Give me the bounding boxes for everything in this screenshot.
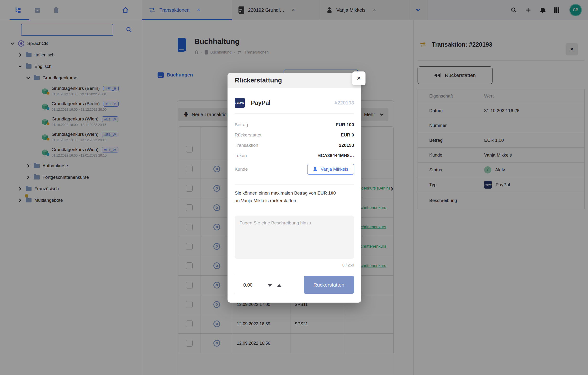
- provider-name: PayPal: [251, 99, 335, 106]
- field-rueckerstattet: Rückerstattet EUR 0: [235, 132, 354, 138]
- modal-title: Rückerstattung: [235, 77, 282, 84]
- info-text: Sie können einen maximalen Betrag von: [235, 190, 317, 196]
- field-label: Rückerstattet: [235, 132, 262, 138]
- divider: [235, 274, 354, 274]
- field-transaktion: Transaktion 220193: [235, 143, 354, 148]
- divider: [235, 185, 354, 185]
- info-text: an Vanja Mikkels rückerstatten.: [235, 198, 297, 203]
- field-label: Transaktion: [235, 143, 258, 148]
- refund-submit-button[interactable]: Rückerstatten: [304, 276, 354, 294]
- field-value: EUR 0: [341, 132, 354, 138]
- field-label: Kunde: [235, 166, 248, 172]
- field-label: Betrag: [235, 122, 248, 127]
- char-counter: 0 / 250: [235, 263, 354, 267]
- step-down-icon[interactable]: [268, 284, 272, 287]
- amount-value[interactable]: 0.00: [243, 282, 252, 288]
- customer-button[interactable]: Vanja Mikkels: [307, 164, 354, 175]
- field-value: 6CA36444MH8…: [318, 153, 354, 158]
- field-value: 220193: [339, 143, 354, 148]
- button-label: Vanja Mikkels: [321, 166, 348, 172]
- field-kunde: Kunde Vanja Mikkels: [235, 164, 354, 175]
- step-up-icon[interactable]: [277, 284, 282, 287]
- refund-modal: Rückerstattung ✕ PayPal PayPal #220193 B…: [228, 73, 361, 303]
- transaction-ref: #220193: [335, 100, 354, 106]
- field-label: Token: [235, 153, 247, 158]
- info-amount: EUR 100: [317, 190, 336, 196]
- field-token: Token 6CA36444MH8…: [235, 153, 354, 158]
- provider-row: PayPal PayPal #220193: [235, 97, 354, 109]
- person-icon: [313, 167, 318, 172]
- modal-header: Rückerstattung: [228, 73, 361, 88]
- amount-underline: [235, 294, 288, 294]
- paypal-logo: PayPal: [235, 98, 245, 108]
- close-modal-button[interactable]: ✕: [352, 71, 366, 85]
- field-betrag: Betrag EUR 100: [235, 122, 354, 127]
- description-textarea[interactable]: Fügen Sie eine Beschreibung hinzu.: [235, 216, 354, 259]
- refund-info-text: Sie können einen maximalen Betrag von EU…: [235, 189, 354, 205]
- divider: [235, 113, 354, 113]
- field-value: EUR 100: [336, 122, 354, 127]
